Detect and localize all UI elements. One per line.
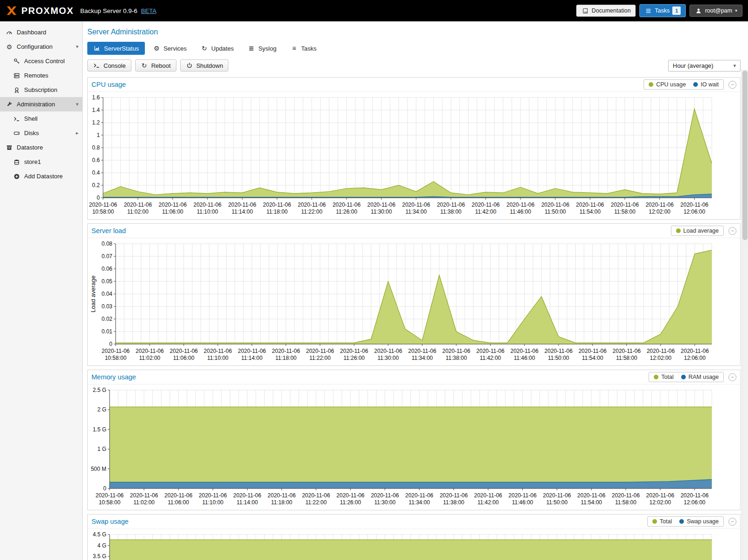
sidebar-item-configuration[interactable]: ⚙Configuration▾ [0,39,82,54]
user-menu-button[interactable]: root@pam ▾ [689,5,742,17]
svg-text:12:06:00: 12:06:00 [683,208,705,215]
svg-text:2020-11-06: 2020-11-06 [337,492,365,499]
collapse-panel-button[interactable]: − [728,518,736,526]
svg-text:2020-11-06: 2020-11-06 [681,348,709,354]
header-actions: Documentation Tasks 1 root@pam ▾ [576,4,742,17]
sidebar-item-administration[interactable]: Administration▾ [0,97,82,111]
svg-text:11:50:00: 11:50:00 [548,355,569,361]
svg-text:11:58:00: 11:58:00 [616,355,637,361]
svg-text:11:22:00: 11:22:00 [309,355,331,361]
svg-text:1.6: 1.6 [92,94,100,101]
tab-updates[interactable]: ↻Updates [195,42,240,55]
svg-text:0: 0 [103,485,106,492]
svg-text:12:02:00: 12:02:00 [650,355,672,361]
svg-text:11:42:00: 11:42:00 [480,355,501,361]
svg-text:2020-11-06: 2020-11-06 [102,348,130,354]
sidebar-item-disks[interactable]: Disks▸ [0,126,82,140]
sidebar-item-subscription[interactable]: Subscription [0,83,82,97]
svg-text:2020-11-06: 2020-11-06 [371,492,399,499]
svg-text:2020-11-06: 2020-11-06 [169,348,198,354]
refresh-icon: ↻ [201,45,208,52]
svg-text:2020-11-06: 2020-11-06 [681,492,709,499]
svg-text:2020-11-06: 2020-11-06 [298,202,326,208]
svg-text:2020-11-06: 2020-11-06 [193,202,221,208]
svg-text:2020-11-06: 2020-11-06 [645,202,674,208]
vertical-scrollbar[interactable] [741,70,748,560]
svg-text:2020-11-06: 2020-11-06 [374,348,403,354]
svg-text:2020-11-06: 2020-11-06 [402,202,430,208]
user-icon [695,7,702,14]
svg-text:12:06:00: 12:06:00 [684,499,706,506]
chart-title: Server load [91,227,671,234]
svg-text:2020-11-06: 2020-11-06 [124,202,152,208]
svg-text:11:10:00: 11:10:00 [197,208,218,215]
tab-services[interactable]: ⚙Services [147,42,193,55]
user-label: root@pam [705,7,732,14]
svg-text:11:46:00: 11:46:00 [510,208,531,215]
sidebar-item-label: Access Control [24,58,65,65]
svg-text:2020-11-06: 2020-11-06 [302,492,330,499]
svg-text:11:22:00: 11:22:00 [306,499,327,506]
sidebar-item-datastore[interactable]: Datastore [0,140,82,155]
timeframe-select[interactable]: Hour (average) ▾ [668,60,741,72]
tab-bar: ServerStatus⚙Services↻Updates≣Syslog≡Tas… [87,42,741,55]
caret-down-icon: ▾ [76,44,78,50]
svg-text:2020-11-06: 2020-11-06 [367,202,396,208]
legend-label: Total [660,518,672,525]
legend-label: Total [661,374,673,380]
chart-legend: CPU usageIO wait [644,79,724,90]
sidebar-item-access-control[interactable]: Access Control [0,54,82,68]
sidebar-item-remotes[interactable]: Remotes [0,68,82,83]
svg-text:11:42:00: 11:42:00 [477,499,499,506]
svg-text:11:34:00: 11:34:00 [405,208,427,215]
sidebar-item-shell[interactable]: Shell [0,111,82,126]
shutdown-button[interactable]: Shutdown [180,59,229,72]
tasks-count-badge: 1 [672,7,681,15]
tab-syslog[interactable]: ≣Syslog [241,42,282,55]
legend-label: Load average [683,228,719,234]
scrollbar-thumb[interactable] [742,71,748,240]
beta-link[interactable]: BETA [141,7,156,14]
svg-text:2 G: 2 G [98,406,106,413]
svg-text:11:06:00: 11:06:00 [162,208,183,215]
chart-panel-header: Server loadLoad average− [88,224,740,238]
svg-text:2020-11-06: 2020-11-06 [507,202,535,208]
svg-text:2.5 G: 2.5 G [93,387,106,393]
product-version-label: Backup Server 0.9-6 [80,7,137,14]
collapse-panel-button[interactable]: − [728,373,736,381]
sidebar-item-store1[interactable]: store1 [0,155,82,169]
collapse-panel-button[interactable]: − [728,227,736,235]
sidebar-item-add-datastore[interactable]: Add Datastore [0,169,82,183]
tasks-button[interactable]: Tasks 1 [639,4,686,17]
collapse-panel-button[interactable]: − [728,81,736,89]
tab-serverstatus[interactable]: ServerStatus [87,42,145,55]
remotes-icon [13,72,20,79]
svg-text:2020-11-06: 2020-11-06 [612,348,641,354]
svg-text:10:58:00: 10:58:00 [99,499,121,506]
documentation-label: Documentation [592,7,631,14]
sidebar-item-dashboard[interactable]: Dashboard [0,25,82,39]
top-header: PROXMOX Backup Server 0.9-6 BETA Documen… [0,0,748,21]
chart-body: 0500 M1 G1.5 G2 G2.5 G3 G3.5 G4 G4.5 G20… [88,529,740,560]
svg-text:11:42:00: 11:42:00 [475,208,496,215]
documentation-button[interactable]: Documentation [576,5,636,17]
action-toolbar: Console↻RebootShutdown Hour (average) ▾ [87,59,741,72]
chart-body: 00.010.020.030.040.050.060.070.082020-11… [88,238,740,365]
chart-canvas-cpu: 00.20.40.60.811.21.41.62020-11-0610:58:0… [89,93,719,219]
tab-tasks[interactable]: ≡Tasks [284,42,322,55]
tab-label: Tasks [301,45,316,52]
svg-text:0.07: 0.07 [102,253,113,260]
svg-text:0.8: 0.8 [92,144,100,151]
svg-text:11:02:00: 11:02:00 [139,355,160,361]
svg-text:0.04: 0.04 [102,291,113,297]
svg-text:4.5 G: 4.5 G [93,531,106,538]
legend-color-dot [654,375,658,379]
legend-item-io-wait: IO wait [693,81,719,88]
svg-text:2020-11-06: 2020-11-06 [267,492,296,499]
console-button[interactable]: Console [87,59,131,72]
svg-text:2020-11-06: 2020-11-06 [472,202,500,208]
svg-text:2020-11-06: 2020-11-06 [680,202,709,208]
svg-text:11:34:00: 11:34:00 [409,499,430,506]
reboot-button[interactable]: ↻Reboot [135,59,176,72]
svg-text:2020-11-06: 2020-11-06 [647,348,675,354]
